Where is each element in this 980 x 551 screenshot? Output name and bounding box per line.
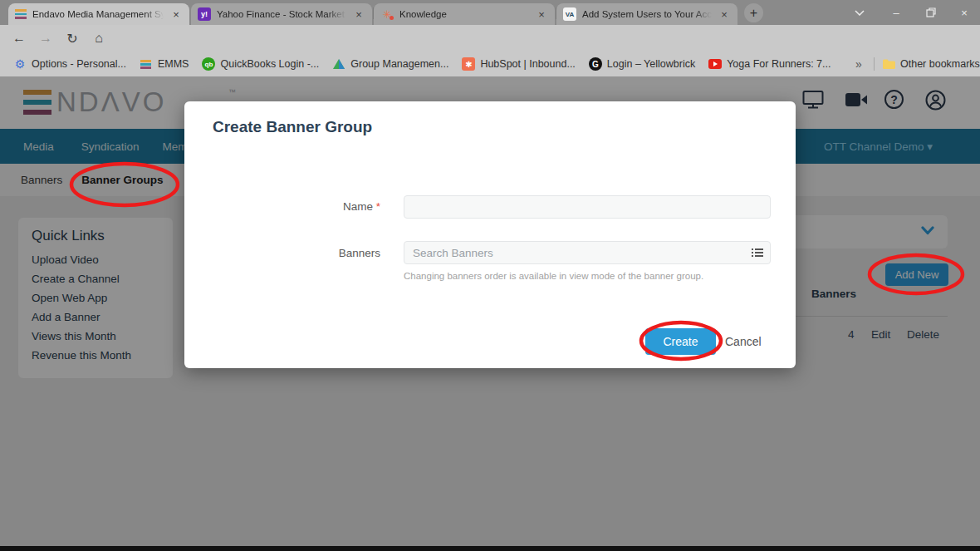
bookmark-label: Options - Personal... <box>32 58 126 70</box>
reload-icon[interactable]: ↻ <box>63 29 81 47</box>
bookmark-hubspot[interactable]: ✱ HubSpot | Inbound... <box>462 57 575 71</box>
bookmark-label: Login – Yellowbrick <box>607 58 695 70</box>
yahoo-favicon: y! <box>198 7 211 21</box>
browser-tab-knowledge[interactable]: ✳ Knowledge × <box>374 3 555 25</box>
va-favicon: VA <box>563 7 576 21</box>
browser-tab-endavo[interactable]: Endavo Media Management Syst × <box>8 3 189 25</box>
modal-title: Create Banner Group <box>213 118 372 136</box>
window-restore-button[interactable] <box>915 0 947 25</box>
tab-title: Add System Users to Your Accou <box>582 9 712 19</box>
bookmark-emms[interactable]: EMMS <box>140 57 189 71</box>
browser-tab-yahoo[interactable]: y! Yahoo Finance - Stock Market Liv × <box>191 3 372 25</box>
window-menu-chevron-icon[interactable] <box>844 0 875 25</box>
new-tab-button[interactable]: + <box>744 3 763 22</box>
triangle-icon <box>332 57 345 71</box>
bookmark-label: EMMS <box>158 58 189 70</box>
bookmark-options[interactable]: ⚙ Options - Personal... <box>13 57 126 71</box>
bookmark-yellowbrick[interactable]: G Login – Yellowbrick <box>589 57 695 71</box>
tab-title: Yahoo Finance - Stock Market Liv <box>217 9 346 19</box>
emms-favicon <box>15 9 27 19</box>
home-icon[interactable]: ⌂ <box>90 29 108 47</box>
bookmark-quickbooks[interactable]: qb QuickBooks Login -... <box>202 57 319 71</box>
quickbooks-icon: qb <box>202 57 215 71</box>
banners-search-input[interactable] <box>404 241 771 264</box>
create-banner-group-modal: Create Banner Group Name * Banners Chang… <box>184 101 796 368</box>
tab-title: Endavo Media Management Syst <box>32 9 164 19</box>
banners-label: Banners <box>184 247 380 259</box>
taskbar-edge <box>0 546 980 551</box>
divider <box>874 57 875 71</box>
tab-close-icon[interactable]: × <box>535 8 548 21</box>
g-circle-icon: G <box>589 57 602 71</box>
browser-toolbar: ← → ↻ ⌂ admin.endavomedia.com/bannergrou… <box>0 25 980 52</box>
name-label: Name * <box>184 200 380 213</box>
tab-close-icon[interactable]: × <box>718 8 731 21</box>
browser-tab-users[interactable]: VA Add System Users to Your Accou × <box>556 3 737 25</box>
bookmark-yoga[interactable]: Yoga For Runners: 7... <box>708 57 831 71</box>
hubspot-icon: ✱ <box>462 57 475 71</box>
window-close-button[interactable]: × <box>948 0 980 25</box>
back-icon[interactable]: ← <box>10 29 28 47</box>
bookmark-label: Other bookmarks <box>900 58 980 70</box>
forward-icon[interactable]: → <box>37 29 55 47</box>
cancel-button[interactable]: Cancel <box>725 335 762 348</box>
other-bookmarks[interactable]: Other bookmarks <box>882 57 980 71</box>
hubspot-favicon: ✳ <box>380 7 394 21</box>
bookmark-label: Group Managemen... <box>350 58 448 70</box>
tab-title: Knowledge <box>399 9 529 19</box>
folder-icon <box>882 57 895 71</box>
list-icon[interactable] <box>752 248 763 258</box>
bookmarks-overflow-icon[interactable]: » <box>855 57 862 71</box>
required-asterisk: * <box>376 200 380 213</box>
bookmarks-bar: ⚙ Options - Personal... EMMS qb QuickBoo… <box>0 52 980 76</box>
name-input[interactable] <box>404 195 771 219</box>
tab-close-icon[interactable]: × <box>169 8 183 21</box>
bookmark-label: HubSpot | Inbound... <box>480 58 575 70</box>
browser-tab-strip: Endavo Media Management Syst × y! Yahoo … <box>0 0 980 25</box>
banners-helper-text: Changing banners order is available in v… <box>404 271 703 281</box>
bookmark-group-management[interactable]: Group Managemen... <box>332 57 448 71</box>
tab-close-icon[interactable]: × <box>352 8 365 21</box>
create-button[interactable]: Create <box>645 328 716 355</box>
emms-bars-icon <box>140 57 153 71</box>
window-minimize-button[interactable]: – <box>880 0 912 25</box>
gear-icon: ⚙ <box>13 57 27 71</box>
bookmark-label: QuickBooks Login -... <box>220 58 319 70</box>
bookmark-label: Yoga For Runners: 7... <box>727 58 831 70</box>
youtube-icon <box>708 57 722 71</box>
